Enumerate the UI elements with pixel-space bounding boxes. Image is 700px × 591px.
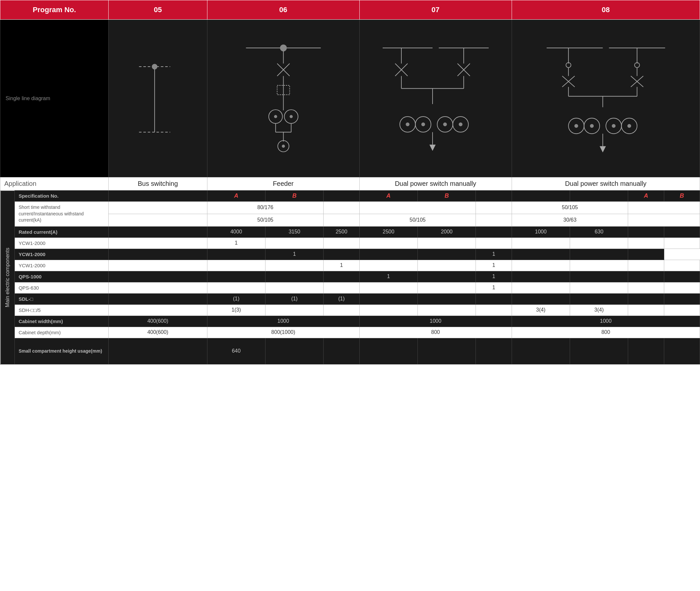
spec-08d: B	[664, 190, 700, 202]
diagram-06-svg	[211, 36, 356, 160]
st08-ab: 50/105	[512, 202, 628, 214]
ycw-06b: 1	[207, 238, 265, 249]
short-time-label: Short time withstand current/Instantaneo…	[14, 202, 109, 226]
st06-c	[324, 202, 359, 214]
cabinet-depth-row: Cabinet depth(mm) 400(600) 800(1000) 800…	[0, 327, 700, 338]
rc06c: 2500	[324, 226, 359, 238]
spec-08c: A	[628, 190, 664, 202]
rc06b: 3150	[265, 226, 323, 238]
svg-point-68	[627, 124, 631, 128]
col08-header: 08	[512, 0, 700, 20]
ycw1-label3: YCW1-2000	[14, 260, 109, 271]
ycw-08b: 1	[476, 260, 512, 271]
rc07a: 2500	[359, 226, 417, 238]
app-08: Dual power switch manually	[512, 177, 700, 190]
sdl-label: SDL-□	[14, 293, 109, 304]
cabinet-depth-label: Cabinet depth(mm)	[14, 327, 109, 338]
application-label: Application	[0, 177, 109, 190]
qps630-08b: 1	[476, 282, 512, 293]
main-electric-sidebar: Main electric components	[0, 190, 15, 365]
sdh-06a: 1(3)	[207, 304, 265, 316]
spec-no-row: Main electric components Specification N…	[0, 190, 700, 202]
qps1000-row: QPS-1000 1 1	[0, 271, 700, 282]
ycw1-row3: YCW1-2000 1 1	[0, 260, 700, 271]
main-table-wrapper: Program No. 05 06 07 08 Single line diag…	[0, 0, 700, 591]
cw06: 1000	[207, 316, 359, 327]
cd07: 800	[359, 327, 512, 338]
sdl-06a: (1)	[207, 293, 265, 304]
svg-point-22	[282, 145, 285, 148]
program-no-header: Program No.	[0, 0, 109, 20]
sc06: 640	[207, 338, 265, 364]
sdh-08b: 3(4)	[570, 304, 628, 316]
diagram-06	[207, 20, 359, 177]
ycw1-label1: YCW1-2000	[14, 238, 109, 249]
diagram-05	[109, 20, 207, 177]
diagram-05-svg	[112, 36, 204, 160]
cw05: 400(600)	[109, 316, 207, 327]
spec-06a: A	[207, 190, 265, 202]
svg-point-64	[590, 124, 593, 128]
st06-c2: 50/105	[207, 214, 324, 226]
sdh-08a: 3(4)	[512, 304, 570, 316]
svg-point-15	[274, 115, 277, 118]
col07-header: 07	[359, 0, 512, 20]
st05	[109, 202, 207, 214]
spec-no-label: Specification No.	[14, 190, 109, 202]
cw07: 1000	[359, 316, 512, 327]
cabinet-width-label: Cabinet width(mm)	[14, 316, 109, 327]
short-time-row: Short time withstand current/Instantaneo…	[0, 202, 700, 214]
spec-07a: A	[359, 190, 417, 202]
ycw1-row1: YCW1-2000 1	[0, 238, 700, 249]
qps630-row: QPS-630 1	[0, 282, 700, 293]
diagram-08	[512, 20, 700, 177]
svg-point-5	[280, 45, 286, 51]
diagram-07	[359, 20, 512, 177]
ycw1-label2: YCW1-2000	[14, 249, 109, 260]
app-07: Dual power switch manually	[359, 177, 512, 190]
cd08: 800	[512, 327, 700, 338]
qps-08a: 1	[476, 271, 512, 282]
sdl-06b: (1)	[265, 293, 323, 304]
rated-current-row: Rated current(A) 4000 3150 2500 2500 200…	[0, 226, 700, 238]
ycw-08a: 1	[476, 249, 512, 260]
st07-ab	[359, 202, 476, 214]
st06-ab: 80/176	[207, 202, 324, 214]
qps-07b: 1	[359, 271, 417, 282]
svg-marker-70	[600, 146, 606, 152]
col06-header: 06	[207, 0, 359, 20]
st08-c2: 30/63	[512, 214, 628, 226]
sdh-label: SDH-□□/5	[14, 304, 109, 316]
svg-point-16	[289, 115, 293, 118]
ycw1-row2: YCW1-2000 1 1	[0, 249, 700, 260]
rated-current-label: Rated current(A)	[14, 226, 109, 238]
sdh-row: SDH-□□/5 1(3) 3(4) 3(4)	[0, 304, 700, 316]
svg-point-42	[459, 123, 462, 126]
svg-point-67	[612, 124, 615, 128]
rc08b: 630	[570, 226, 628, 238]
st08-cd	[628, 202, 700, 214]
cw08: 1000	[512, 316, 700, 327]
diagram-row: Single line diagram	[0, 20, 700, 177]
svg-point-1	[152, 64, 157, 69]
st07-ab2: 50/105	[359, 214, 476, 226]
single-line-label: Single line diagram	[0, 20, 109, 177]
svg-point-63	[574, 124, 578, 128]
rc07b: 2000	[418, 226, 476, 238]
spec-06b: B	[265, 190, 323, 202]
svg-point-41	[443, 123, 447, 126]
diagram-08-svg	[515, 36, 696, 160]
small-comp-label: Small compartment height usage(mm)	[14, 338, 109, 364]
cd05: 400(600)	[109, 327, 207, 338]
rc08a: 1000	[512, 226, 570, 238]
col05-header: 05	[109, 0, 207, 20]
ycw-06c: 1	[265, 249, 323, 260]
app-06: Feeder	[207, 177, 359, 190]
ycw-07a: 1	[324, 260, 359, 271]
spec-07b: B	[418, 190, 476, 202]
app-05: Bus switching	[109, 177, 207, 190]
header-row: Program No. 05 06 07 08	[0, 0, 700, 20]
cd06: 800(1000)	[207, 327, 359, 338]
rc06a: 4000	[207, 226, 265, 238]
qps630-label: QPS-630	[14, 282, 109, 293]
